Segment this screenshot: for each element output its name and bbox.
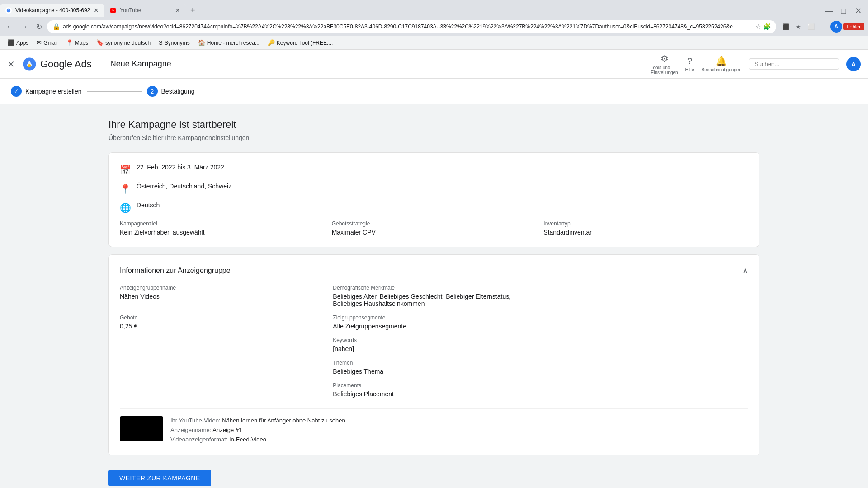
bookmark-home-merch[interactable]: 🏠 Home - merchresea... [194,38,263,47]
notifications-icon: 🔔 [716,56,727,66]
add-tab-button[interactable]: + [186,4,199,17]
maximize-button[interactable]: □ [837,5,850,17]
extensions-icon[interactable]: 🧩 [763,23,771,30]
bid-field: Gebote 0,25 € [120,314,322,330]
tab-close-1[interactable]: ✕ [94,7,99,14]
date-row: 📅 22. Feb. 2022 bis 3. März 2022 [120,164,748,175]
audience-field: Zielgruppensegmente Alle Zielgruppensegm… [333,314,535,330]
tools-button[interactable]: ⚙ Tools undEinstellungen [651,53,678,75]
main-content: Ihre Kampagne ist startbereit Überprüfen… [0,104,868,488]
header-divider [101,57,101,71]
adgroup-header: Informationen zur Anzeigengruppe ∧ [120,266,748,276]
bid-label: Gebote [120,314,322,321]
tab-youtube[interactable]: YouTube ✕ [104,4,186,17]
summary-columns: Kampagnenziel Kein Zielvorhaben ausgewäh… [120,221,748,236]
inventory-value: Standardinventar [543,229,748,236]
group-name-label: Anzeigengruppenname [120,285,322,291]
step-1-label: Kampagne erstellen [25,88,82,95]
bookmark-icon[interactable]: ☆ [755,23,761,30]
address-bar[interactable]: 🔒 ads.google.com/aw/campaigns/new/video?… [47,20,776,33]
url-text: ads.google.com/aw/campaigns/new/video?oc… [63,23,753,30]
language-row: 🌐 Deutsch [120,202,748,213]
back-button[interactable]: ← [4,20,16,33]
location-row: 📍 Österreich, Deutschland, Schweiz [120,183,748,194]
format-label: Videoanzeigenformat: [170,436,227,443]
apps-icon: ⬛ [7,39,14,46]
date-range-text: 22. Feb. 2022 bis 3. März 2022 [137,164,224,171]
home-merch-icon: 🏠 [198,39,205,46]
maps-icon: 📍 [66,39,73,46]
calendar-icon: 📅 [120,164,131,175]
language-icon: 🌐 [120,202,131,213]
help-button[interactable]: ? Hilfe [685,56,694,72]
video-info: Ihr YouTube-Video: Nähen lernen für Anfä… [170,416,345,444]
ext-icon-1[interactable]: ⬛ [780,21,792,33]
bookmark-apps[interactable]: ⬛ Apps [4,38,32,47]
step-1-check: ✓ [14,88,19,94]
empty-col-2 [546,314,748,330]
minimize-button[interactable]: — [823,5,835,17]
bookmark-label-home-merch: Home - merchresea... [207,40,259,46]
video-ad-name-row: Anzeigenname: Anzeige #1 [170,426,345,435]
gmail-icon: ✉ [37,39,42,46]
location-icon: 📍 [120,183,131,194]
tab-active[interactable]: Videokampagne - 400-805-692 ✕ [0,4,104,17]
empty-col-6 [546,360,748,375]
bookmark-label-synonyms: Synonyms [165,40,190,46]
themes-value: Beliebiges Thema [333,368,535,375]
app-header: ✕ Google Ads Neue Kampagne ⚙ Tools undEi… [0,50,868,79]
notifications-button[interactable]: 🔔 Benachrichtigungen [702,56,741,72]
bookmarks-bar: ⬛ Apps ✉ Gmail 📍 Maps 🔖 synonyme deutsch… [0,36,868,50]
reload-button[interactable]: ↻ [33,20,45,33]
bookmark-keyword-tool[interactable]: 🔑 Keyword Tool (FREE.... [264,38,337,47]
error-button[interactable]: Fehler [843,23,864,30]
adgroup-grid: Anzeigengruppenname Nähen Videos Demogra… [120,285,748,398]
collapse-icon[interactable]: ∧ [742,266,748,276]
video-thumbnail [120,416,163,441]
ext-icon-2[interactable]: ★ [793,21,804,33]
inventory-col: Inventartyp Standardinventar [543,221,748,236]
location-text: Österreich, Deutschland, Schweiz [137,183,231,190]
app-title: Google Ads [40,58,92,70]
google-ads-logo-svg [22,57,37,71]
profile-icon[interactable]: A [830,21,842,33]
step-2: 2 Bestätigung [147,86,195,97]
campaign-page-title: Neue Kampagne [110,59,171,69]
close-window-button[interactable]: ✕ [852,5,864,17]
bookmark-synonyms[interactable]: S Synonyms [155,38,193,47]
address-icons: ☆ 🧩 [755,23,771,30]
close-campaign-icon[interactable]: ✕ [7,59,15,70]
themes-label: Themen [333,360,535,366]
goal-label: Kampagnenziel [120,221,325,227]
tools-icon: ⚙ [660,53,669,64]
bookmark-gmail[interactable]: ✉ Gmail [33,38,61,47]
search-input[interactable] [749,58,839,70]
notifications-label: Benachrichtigungen [702,67,741,72]
goal-value: Kein Zielvorhaben ausgewählt [120,229,325,236]
keywords-label: Keywords [333,337,535,343]
placements-value: Beliebiges Placement [333,390,535,398]
video-format-row: Videoanzeigenformat: In-Feed-Video [170,435,345,445]
forward-button[interactable]: → [18,20,31,33]
keywords-field: Keywords [nähen] [333,337,535,352]
user-avatar[interactable]: A [846,57,861,71]
bookmark-synonyme[interactable]: 🔖 synonyme deutsch [93,38,154,47]
placements-label: Placements [333,382,535,389]
ext-icon-3[interactable]: ⬜ [805,21,817,33]
step-2-number: 2 [151,88,154,95]
step-2-circle: 2 [147,86,158,97]
google-ads-logo: Google Ads [22,57,92,71]
cta-button[interactable]: WEITER ZUR KAMPAGNE [108,470,211,486]
step-connector [87,91,142,92]
bookmark-maps[interactable]: 📍 Maps [62,38,92,47]
step-1-circle: ✓ [11,86,22,97]
window-controls: — □ ✕ [823,5,868,17]
empty-col-3 [120,337,322,352]
empty-col-4 [546,337,748,352]
video-preview-row: Ihr YouTube-Video: Nähen lernen für Anfä… [120,408,748,444]
empty-col-5 [120,360,322,375]
ext-icon-4[interactable]: ≡ [818,21,830,33]
bid-strategy-label: Gebotsstrategie [332,221,537,227]
demographics-label: Demografische Merkmale [333,285,535,291]
tab-close-2[interactable]: ✕ [175,7,180,14]
